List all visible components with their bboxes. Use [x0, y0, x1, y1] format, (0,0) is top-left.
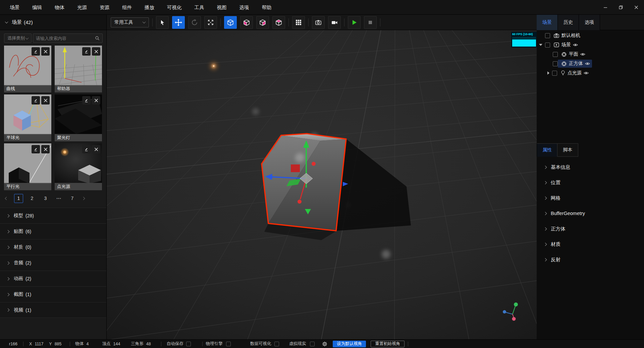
- tab-history[interactable]: 历史: [558, 15, 579, 30]
- pagination-prev-button[interactable]: [3, 197, 10, 200]
- view-wireframe-cube-button[interactable]: [224, 16, 237, 29]
- edit-asset-button[interactable]: [82, 47, 91, 56]
- menu-item-assets[interactable]: 资源: [93, 0, 116, 15]
- pagination-page-7[interactable]: 7: [68, 194, 77, 203]
- gizmo-plane-xy[interactable]: [291, 164, 300, 172]
- menu-item-play[interactable]: 播放: [138, 0, 161, 15]
- tab-options[interactable]: 选项: [579, 15, 600, 30]
- edit-asset-button[interactable]: [32, 47, 40, 56]
- section-models[interactable]: 模型 (28): [0, 208, 106, 223]
- rotate-tool-button[interactable]: [188, 16, 201, 29]
- data-visualization-checkbox[interactable]: [274, 342, 279, 346]
- section-mesh[interactable]: 网格: [537, 190, 644, 206]
- delete-asset-button[interactable]: [92, 96, 100, 105]
- view-front-face-cube-button[interactable]: [240, 16, 253, 29]
- axis-y-handle[interactable]: [514, 302, 518, 306]
- tree-checkbox[interactable]: [545, 33, 550, 38]
- axis-z-handle[interactable]: [512, 317, 516, 321]
- menu-item-visualization[interactable]: 可视化: [161, 0, 188, 15]
- collapsed-caret-icon[interactable]: [547, 71, 549, 75]
- tree-checkbox[interactable]: [552, 71, 557, 76]
- pagination-page-1[interactable]: 1: [14, 194, 23, 203]
- visibility-eye-icon[interactable]: [580, 52, 585, 56]
- asset-card-directional-light[interactable]: 平行光: [4, 143, 51, 190]
- view-side-face-cube-button[interactable]: [256, 16, 269, 29]
- view-top-face-cube-button[interactable]: [272, 16, 285, 29]
- menu-item-help[interactable]: 帮助: [256, 0, 278, 15]
- tree-checkbox[interactable]: [545, 43, 550, 48]
- pagination-page-3[interactable]: 3: [41, 194, 50, 203]
- delete-asset-button[interactable]: [92, 47, 100, 56]
- asset-card-helper[interactable]: 帮助器: [55, 46, 102, 92]
- menu-item-light[interactable]: 光源: [71, 0, 93, 15]
- menu-item-options[interactable]: 选项: [233, 0, 256, 15]
- delete-asset-button[interactable]: [41, 145, 50, 153]
- viewport-3d[interactable]: 60 FPS (10-60): [107, 30, 537, 339]
- edit-asset-button[interactable]: [82, 96, 91, 105]
- visibility-eye-icon[interactable]: [573, 43, 578, 47]
- search-input[interactable]: [36, 36, 95, 41]
- autosave-checkbox[interactable]: [186, 342, 191, 346]
- delete-asset-button[interactable]: [92, 145, 100, 153]
- set-default-view-button[interactable]: 设为默认视角: [333, 341, 366, 347]
- select-tool-button[interactable]: [156, 16, 169, 29]
- asset-card-point-light[interactable]: 点光源: [55, 143, 102, 190]
- visibility-eye-icon[interactable]: [585, 62, 590, 66]
- selected-cube[interactable]: [262, 134, 346, 231]
- section-position[interactable]: 位置: [537, 175, 644, 190]
- focus-tool-button[interactable]: [204, 16, 217, 29]
- section-material[interactable]: 材质: [537, 236, 644, 252]
- virtual-reality-checkbox[interactable]: [310, 342, 315, 346]
- play-button[interactable]: [348, 16, 361, 29]
- tree-row-scene[interactable]: 场景: [537, 40, 644, 50]
- tree-checkbox[interactable]: [553, 52, 558, 57]
- restore-button[interactable]: [613, 0, 629, 15]
- common-tools-dropdown[interactable]: 常用工具: [111, 17, 149, 27]
- menu-item-tools[interactable]: 工具: [188, 0, 211, 15]
- edit-asset-button[interactable]: [32, 145, 40, 153]
- reset-initial-view-button[interactable]: 重置初始视角: [371, 341, 405, 347]
- menu-item-view[interactable]: 视图: [211, 0, 233, 15]
- pagination-ellipsis[interactable]: •••: [54, 194, 63, 203]
- edit-asset-button[interactable]: [32, 96, 40, 105]
- delete-asset-button[interactable]: [41, 96, 50, 105]
- section-materials[interactable]: 材质 (0): [0, 239, 106, 255]
- asset-card-hemisphere-light[interactable]: 半球光: [4, 94, 51, 141]
- asset-card-curve[interactable]: 曲线: [4, 46, 51, 92]
- tree-row-cube[interactable]: 正方体: [537, 59, 644, 68]
- menu-item-object[interactable]: 物体: [48, 0, 71, 15]
- tree-row-default-camera[interactable]: 默认相机: [537, 31, 644, 40]
- category-select[interactable]: 选择类别: [4, 33, 32, 43]
- axis-x-handle[interactable]: [503, 310, 506, 314]
- grid-toggle-button[interactable]: [292, 16, 305, 29]
- section-screenshots[interactable]: 截图 (1): [0, 286, 106, 302]
- visibility-eye-icon[interactable]: [584, 71, 589, 75]
- section-textures[interactable]: 贴图 (6): [0, 223, 106, 239]
- tree-row-plane[interactable]: 平面: [537, 50, 644, 59]
- menu-item-scene[interactable]: 场景: [3, 0, 26, 15]
- tab-properties[interactable]: 属性: [537, 143, 557, 157]
- pagination-page-2[interactable]: 2: [28, 194, 37, 203]
- gizmo-z-axis-far-handle[interactable]: [312, 162, 316, 166]
- minimize-button[interactable]: [598, 0, 613, 15]
- expand-caret-icon[interactable]: [539, 44, 542, 46]
- fps-meter[interactable]: 60 FPS (10-60): [511, 32, 537, 48]
- scene-assets-header[interactable]: 场景 (42): [0, 15, 106, 30]
- menu-item-components[interactable]: 组件: [116, 0, 138, 15]
- asset-card-spotlight[interactable]: 聚光灯: [55, 94, 102, 141]
- settings-gear-button[interactable]: [322, 341, 327, 347]
- tab-scene[interactable]: 场景: [537, 15, 558, 30]
- close-button[interactable]: [629, 0, 644, 15]
- delete-asset-button[interactable]: [41, 47, 50, 56]
- record-video-button[interactable]: [328, 16, 341, 29]
- section-basic-info[interactable]: 基本信息: [537, 159, 644, 175]
- menu-item-edit[interactable]: 编辑: [26, 0, 48, 15]
- section-cube[interactable]: 正方体: [537, 221, 644, 236]
- tree-row-point-light[interactable]: 点光源: [537, 68, 644, 78]
- stop-button[interactable]: [364, 16, 377, 29]
- section-animation[interactable]: 动画 (2): [0, 271, 106, 286]
- section-videos[interactable]: 视频 (1): [0, 302, 106, 318]
- section-buffergeometry[interactable]: BufferGeometry: [537, 206, 644, 221]
- tab-script[interactable]: 脚本: [557, 143, 578, 157]
- section-audio[interactable]: 音频 (2): [0, 255, 106, 271]
